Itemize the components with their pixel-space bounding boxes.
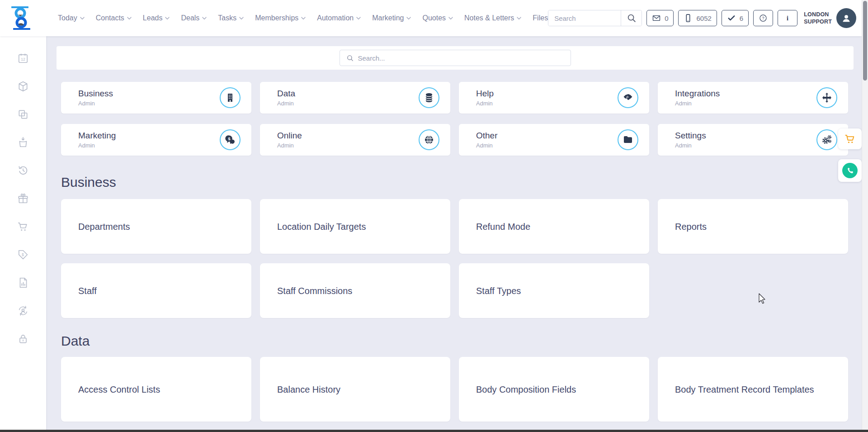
tile-body-treatment-record-templates[interactable]: Body Treatment Record Templates [658, 357, 848, 422]
nav-item-quotes[interactable]: Quotes [422, 14, 453, 22]
floating-whatsapp-button[interactable] [838, 159, 862, 182]
person-icon [840, 12, 852, 24]
tile-departments[interactable]: Departments [61, 199, 251, 254]
messages-badge[interactable]: 0 [646, 10, 674, 26]
sidebar-item-price-tag[interactable]: $ [17, 249, 29, 261]
sidebar-item-calendar[interactable]: 12 [17, 52, 29, 64]
user-avatar[interactable] [836, 8, 856, 28]
tile-reports[interactable]: Reports [658, 199, 848, 254]
tile-label: Departments [78, 221, 130, 233]
section-title-business: Business [61, 173, 862, 192]
tile-body-composition-fields[interactable]: Body Composition Fields [459, 357, 649, 422]
app-logo-icon[interactable] [11, 5, 31, 31]
admin-card-integrations[interactable]: IntegrationsAdmin [658, 82, 848, 114]
nav-label: Files [533, 14, 548, 22]
admin-card-subtitle: Admin [675, 100, 816, 107]
nav-label: Leads [143, 14, 163, 22]
admin-card-text: DataAdmin [277, 89, 419, 107]
chevron-down-icon [301, 17, 306, 20]
calls-badge[interactable]: 6052 [678, 10, 717, 26]
info-badge[interactable]: i [778, 10, 797, 26]
nav-item-automation[interactable]: Automation [317, 14, 361, 22]
tile-refund-mode[interactable]: Refund Mode [459, 199, 649, 254]
admin-card-subtitle: Admin [78, 142, 220, 149]
scrollbar-thumb[interactable] [863, 1, 867, 81]
content-toolbar [57, 46, 854, 70]
sidebar-item-package[interactable] [17, 81, 29, 92]
scrollbar-track[interactable] [862, 0, 868, 432]
topbar-search [548, 10, 642, 26]
nav-label: Deals [181, 14, 199, 22]
admin-card-title: Data [277, 89, 419, 99]
admin-card-settings[interactable]: SettingsAdmin [658, 124, 848, 156]
help-badge[interactable]: ? [753, 10, 773, 26]
history-icon [17, 165, 29, 176]
admin-card-grid: BusinessAdminDataAdminHelpAdminIntegrati… [61, 82, 862, 156]
nav-label: Automation [317, 14, 354, 22]
nav-item-leads[interactable]: Leads [143, 14, 170, 22]
admin-card-other[interactable]: OtherAdmin [459, 124, 649, 156]
topbar: TodayContactsLeadsDealsTasksMembershipsA… [0, 0, 862, 36]
nav-item-marketing[interactable]: Marketing [372, 14, 411, 22]
chevron-down-icon [165, 17, 170, 20]
sidebar-item-bag-download[interactable] [17, 137, 29, 148]
chevron-down-icon [239, 17, 244, 20]
globe-icon [424, 134, 434, 145]
sidebar-item-history[interactable] [17, 165, 29, 176]
sidebar-item-copy[interactable] [17, 109, 29, 120]
admin-card-subtitle: Admin [675, 142, 816, 149]
topbar-search-button[interactable] [621, 10, 642, 26]
tile-balance-history[interactable]: Balance History [260, 357, 450, 422]
admin-card-title: Other [476, 131, 618, 141]
topbar-search-input[interactable] [548, 10, 621, 26]
admin-card-title: Integrations [675, 89, 816, 99]
move-arrows-icon [821, 92, 832, 103]
nav-item-deals[interactable]: Deals [181, 14, 207, 22]
chevron-down-icon [202, 17, 207, 20]
tile-staff[interactable]: Staff [61, 263, 251, 318]
admin-card-online[interactable]: OnlineAdmin [260, 124, 450, 156]
nav-item-today[interactable]: Today [58, 14, 85, 22]
nav-item-tasks[interactable]: Tasks [218, 14, 244, 22]
section-title-data: Data [61, 332, 862, 351]
admin-card-text: IntegrationsAdmin [675, 89, 816, 107]
sidebar-item-account-sync[interactable] [17, 305, 29, 317]
content-search-input[interactable] [358, 54, 564, 62]
admin-card-subtitle: Admin [78, 100, 220, 107]
admin-card-business[interactable]: BusinessAdmin [61, 82, 251, 114]
tile-access-control-lists[interactable]: Access Control Lists [61, 357, 251, 422]
admin-card-subtitle: Admin [277, 142, 419, 149]
admin-card-subtitle: Admin [476, 100, 618, 107]
globe-icon-circle [419, 129, 439, 150]
sidebar-item-lock[interactable] [17, 333, 29, 345]
tile-staff-commissions[interactable]: Staff Commissions [260, 263, 450, 318]
tile-location-daily-targets[interactable]: Location Daily Targets [260, 199, 450, 254]
nav-item-contacts[interactable]: Contacts [96, 14, 132, 22]
sidebar-item-cart[interactable] [17, 221, 29, 233]
tile-label: Body Treatment Record Templates [675, 384, 814, 395]
admin-card-data[interactable]: DataAdmin [260, 82, 450, 114]
cart-orange-icon [844, 133, 856, 145]
main-nav: TodayContactsLeadsDealsTasksMembershipsA… [58, 14, 548, 22]
nav-item-files[interactable]: Files [533, 14, 548, 22]
sidebar-item-report[interactable] [17, 277, 29, 289]
chevron-down-icon [406, 17, 411, 20]
admin-card-title: Business [78, 89, 220, 99]
phone-icon [684, 14, 693, 23]
tasks-badge[interactable]: 6 [722, 10, 749, 26]
nav-item-memberships[interactable]: Memberships [255, 14, 306, 22]
tile-staff-types[interactable]: Staff Types [459, 263, 649, 318]
envelope-icon [652, 14, 661, 23]
admin-card-title: Settings [675, 131, 816, 141]
gears-icon [821, 134, 832, 145]
tile-label: Location Daily Targets [277, 221, 366, 233]
sidebar-item-gift[interactable] [17, 193, 29, 204]
admin-card-marketing[interactable]: MarketingAdmin$ [61, 124, 251, 156]
admin-card-text: HelpAdmin [476, 89, 618, 107]
nav-item-notes-letters[interactable]: Notes & Letters [464, 14, 521, 22]
floating-cart-button[interactable] [838, 128, 862, 149]
nav-label: Tasks [218, 14, 236, 22]
window-bottom-edge [0, 430, 868, 432]
admin-card-text: SettingsAdmin [675, 131, 816, 149]
admin-card-help[interactable]: HelpAdmin [459, 82, 649, 114]
